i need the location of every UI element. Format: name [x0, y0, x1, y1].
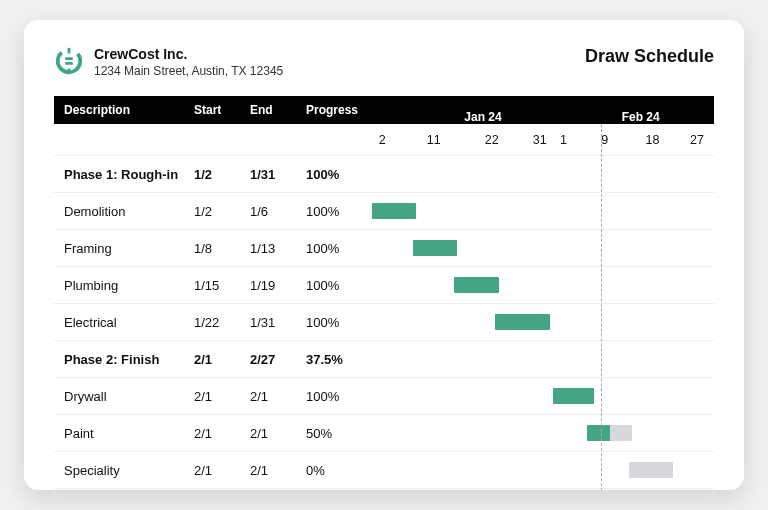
cell-end: 2/27 — [250, 352, 306, 367]
col-header-end: End — [250, 103, 306, 117]
cell-description: Electrical — [54, 315, 194, 330]
col-header-start: Start — [194, 103, 250, 117]
task-row: Speciality2/12/10% — [54, 452, 714, 489]
cell-end: 1/6 — [250, 204, 306, 219]
cell-start: 1/15 — [194, 278, 250, 293]
company-name: CrewCost Inc. — [94, 46, 283, 62]
svg-rect-3 — [65, 57, 73, 60]
cell-description: Demolition — [54, 204, 194, 219]
task-row: Electrical1/221/31100% — [54, 304, 714, 341]
table-header-row: Description Start End Progress Jan 24Feb… — [54, 96, 714, 124]
cell-description: Paint — [54, 426, 194, 441]
cell-start: 2/1 — [194, 352, 250, 367]
date-tick: 2 — [379, 133, 386, 147]
company-logo-icon — [54, 46, 84, 76]
cell-start: 1/2 — [194, 167, 250, 182]
today-marker — [601, 124, 602, 490]
date-axis-row: 2112231191827 — [54, 124, 714, 156]
header: CrewCost Inc. 1234 Main Street, Austin, … — [54, 46, 714, 78]
cell-end: 2/1 — [250, 463, 306, 478]
svg-rect-1 — [68, 48, 71, 54]
gantt-bar-fill — [454, 277, 498, 293]
date-tick: 27 — [690, 133, 704, 147]
cell-description: Phase 1: Rough-in — [54, 167, 194, 182]
cell-progress: 100% — [306, 204, 372, 219]
cell-end: 1/31 — [250, 315, 306, 330]
gantt-bar-fill — [553, 388, 594, 404]
cell-progress: 100% — [306, 315, 372, 330]
task-row: Plumbing1/151/19100% — [54, 267, 714, 304]
task-row: Cabinets2/12/270% — [54, 489, 714, 490]
month-label: Jan 24 — [464, 110, 501, 124]
gantt-container: 2112231191827 Phase 1: Rough-in1/21/3110… — [54, 124, 714, 490]
cell-start: 2/1 — [194, 426, 250, 441]
cell-start: 1/2 — [194, 204, 250, 219]
date-tick: 31 — [533, 133, 547, 147]
cell-start: 2/1 — [194, 463, 250, 478]
company-address: 1234 Main Street, Austin, TX 12345 — [94, 64, 283, 78]
col-header-progress: Progress — [306, 103, 372, 117]
cell-start: 2/1 — [194, 389, 250, 404]
cell-end: 2/1 — [250, 389, 306, 404]
cell-progress: 50% — [306, 426, 372, 441]
month-label: Feb 24 — [622, 110, 660, 124]
phase-row: Phase 1: Rough-in1/21/31100% — [54, 156, 714, 193]
cell-end: 1/31 — [250, 167, 306, 182]
page-title: Draw Schedule — [585, 46, 714, 67]
task-row: Demolition1/21/6100% — [54, 193, 714, 230]
task-row: Framing1/81/13100% — [54, 230, 714, 267]
cell-description: Drywall — [54, 389, 194, 404]
date-tick: 1 — [560, 133, 567, 147]
cell-end: 1/13 — [250, 241, 306, 256]
cell-progress: 37.5% — [306, 352, 372, 367]
cell-description: Phase 2: Finish — [54, 352, 194, 367]
document-card: CrewCost Inc. 1234 Main Street, Austin, … — [24, 20, 744, 490]
cell-end: 2/1 — [250, 426, 306, 441]
cell-progress: 0% — [306, 463, 372, 478]
gantt-bar-fill — [587, 425, 609, 441]
cell-end: 1/19 — [250, 278, 306, 293]
company-block: CrewCost Inc. 1234 Main Street, Austin, … — [54, 46, 283, 78]
gantt-bar-fill — [495, 314, 550, 330]
cell-progress: 100% — [306, 389, 372, 404]
cell-start: 1/22 — [194, 315, 250, 330]
task-row: Drywall2/12/1100% — [54, 378, 714, 415]
cell-progress: 100% — [306, 241, 372, 256]
date-tick: 18 — [646, 133, 660, 147]
task-row: Paint2/12/150% — [54, 415, 714, 452]
svg-rect-2 — [68, 69, 71, 75]
phase-row: Phase 2: Finish2/12/2737.5% — [54, 341, 714, 378]
date-tick: 11 — [427, 133, 441, 147]
date-tick: 22 — [485, 133, 499, 147]
cell-description: Speciality — [54, 463, 194, 478]
cell-description: Plumbing — [54, 278, 194, 293]
cell-progress: 100% — [306, 278, 372, 293]
gantt-bar-fill — [413, 240, 457, 256]
cell-progress: 100% — [306, 167, 372, 182]
col-header-description: Description — [54, 103, 194, 117]
cell-start: 1/8 — [194, 241, 250, 256]
gantt-bar-fill — [372, 203, 416, 219]
cell-description: Framing — [54, 241, 194, 256]
svg-rect-4 — [65, 62, 73, 65]
schedule-table: Description Start End Progress Jan 24Feb… — [54, 96, 714, 490]
gantt-bar-bg — [629, 462, 673, 478]
date-tick: 9 — [601, 133, 608, 147]
